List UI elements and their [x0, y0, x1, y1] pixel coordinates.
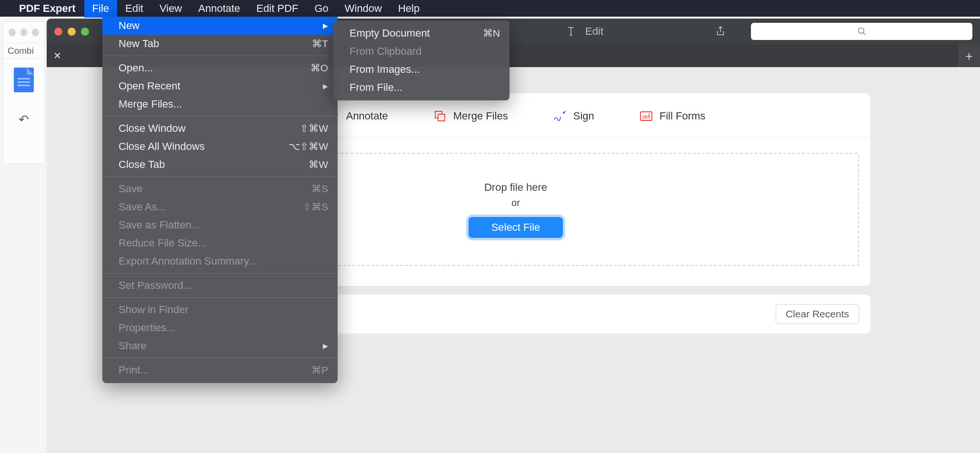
svg-text:ab: ab — [642, 114, 648, 119]
file-new-tab[interactable]: New Tab ⌘T — [102, 35, 338, 53]
file-menu-dropdown: New ▶ New Tab ⌘T Open... ⌘O Open Recent … — [102, 17, 338, 383]
minimize-icon[interactable] — [68, 28, 76, 36]
tab-close-icon[interactable]: ✕ — [53, 50, 61, 61]
fill-label: Fill Forms — [660, 110, 706, 122]
text-tool-icon[interactable] — [564, 26, 578, 37]
search-icon — [857, 27, 867, 36]
sign-icon — [553, 109, 567, 123]
separator — [102, 358, 338, 358]
file-close-tab[interactable]: Close Tab ⌘W — [102, 156, 338, 174]
zoom-icon[interactable] — [81, 28, 89, 36]
file-new[interactable]: New ▶ — [102, 17, 338, 35]
share-icon[interactable] — [714, 26, 727, 37]
new-submenu: Empty Document ⌘N From Clipboard From Im… — [333, 20, 510, 100]
select-file-button[interactable]: Select File — [469, 217, 563, 238]
bg-minimize-icon[interactable] — [20, 29, 28, 36]
sign-button[interactable]: Sign — [553, 109, 594, 123]
close-icon[interactable] — [54, 28, 62, 36]
file-close-all[interactable]: Close All Windows ⌥⇧⌘W — [102, 138, 338, 156]
menu-window[interactable]: Window — [337, 0, 390, 18]
search-input[interactable] — [751, 23, 972, 40]
file-save-flatten: Save as Flatten... — [102, 216, 338, 234]
new-tab-button[interactable]: ＋ — [958, 44, 980, 67]
merge-files-button[interactable]: Merge Files — [433, 109, 508, 123]
new-empty-document[interactable]: Empty Document ⌘N — [333, 24, 510, 42]
menu-view[interactable]: View — [151, 0, 190, 18]
annotate-label: Annotate — [346, 110, 388, 122]
new-from-images[interactable]: From Images... — [333, 60, 510, 79]
file-reduce-size: Reduce File Size... — [102, 234, 338, 252]
file-new-label: New — [119, 20, 323, 32]
edit-button[interactable]: Edit — [585, 25, 603, 38]
new-from-clipboard: From Clipboard — [333, 42, 510, 60]
separator — [102, 177, 338, 177]
menu-file[interactable]: File — [84, 0, 117, 18]
file-print: Print... ⌘P — [102, 361, 338, 379]
new-from-file[interactable]: From File... — [333, 79, 510, 97]
file-close-window[interactable]: Close Window ⇧⌘W — [102, 119, 338, 138]
svg-point-0 — [858, 28, 864, 34]
menu-edit[interactable]: Edit — [117, 0, 151, 18]
menu-annotate[interactable]: Annotate — [190, 0, 248, 18]
merge-label: Merge Files — [453, 110, 508, 122]
sign-label: Sign — [573, 110, 594, 122]
separator — [102, 273, 338, 274]
submenu-arrow-icon: ▶ — [323, 82, 328, 90]
document-icon[interactable] — [14, 68, 34, 92]
file-set-password: Set Password... — [102, 276, 338, 295]
drop-or: or — [511, 197, 520, 208]
fill-forms-button[interactable]: ab Fill Forms — [640, 109, 706, 123]
svg-rect-2 — [438, 114, 445, 121]
separator — [102, 56, 338, 56]
drop-title: Drop file here — [484, 181, 547, 194]
submenu-arrow-icon: ▶ — [323, 22, 328, 30]
undo-icon[interactable]: ↶ — [3, 112, 45, 127]
clear-recents-button[interactable]: Clear Recents — [776, 304, 859, 324]
file-export-anno: Export Annotation Summary... — [102, 252, 338, 270]
merge-icon — [433, 109, 447, 123]
separator — [102, 116, 338, 117]
submenu-arrow-icon: ▶ — [323, 342, 328, 350]
menu-help[interactable]: Help — [390, 0, 428, 18]
bg-close-icon[interactable] — [9, 29, 16, 36]
separator — [102, 297, 338, 298]
file-show-finder: Show in Finder — [102, 301, 338, 319]
macos-menubar: PDF Expert File Edit View Annotate Edit … — [0, 0, 980, 17]
file-open-recent[interactable]: Open Recent ▶ — [102, 77, 338, 95]
file-open[interactable]: Open... ⌘O — [102, 59, 338, 77]
app-menu[interactable]: PDF Expert — [19, 2, 76, 15]
file-share: Share ▶ — [102, 337, 338, 355]
file-save: Save ⌘S — [102, 180, 338, 198]
bg-zoom-icon[interactable] — [32, 29, 39, 36]
file-properties: Properties... — [102, 319, 338, 337]
bg-tab[interactable]: Combi — [3, 43, 45, 59]
file-save-as: Save As... ⇧⌘S — [102, 198, 338, 216]
menu-go[interactable]: Go — [306, 0, 336, 18]
file-merge[interactable]: Merge Files... — [102, 95, 338, 113]
fill-forms-icon: ab — [640, 109, 653, 123]
background-window: Combi ↶ — [2, 21, 45, 164]
menu-edit-pdf[interactable]: Edit PDF — [248, 0, 306, 18]
